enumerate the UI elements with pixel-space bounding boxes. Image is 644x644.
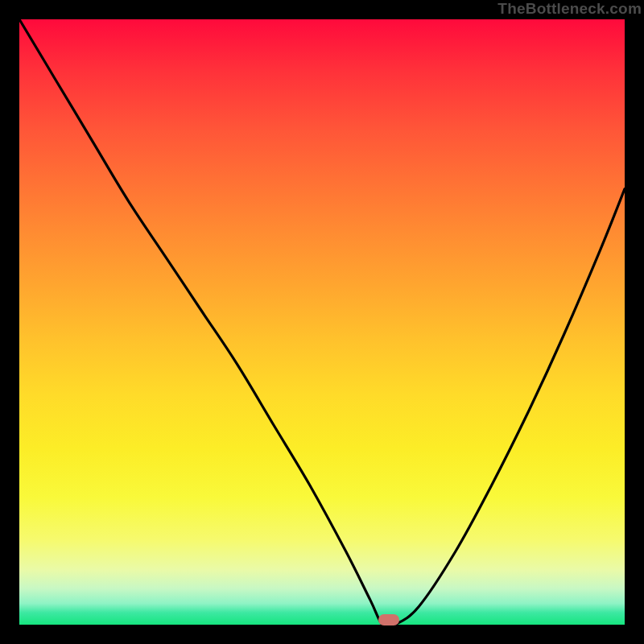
watermark-label: TheBottleneck.com bbox=[497, 0, 642, 18]
bottleneck-curve bbox=[19, 19, 625, 625]
minimum-marker bbox=[378, 614, 399, 625]
chart-frame: TheBottleneck.com bbox=[0, 0, 644, 644]
curve-svg bbox=[19, 19, 625, 625]
plot-area bbox=[19, 19, 625, 625]
